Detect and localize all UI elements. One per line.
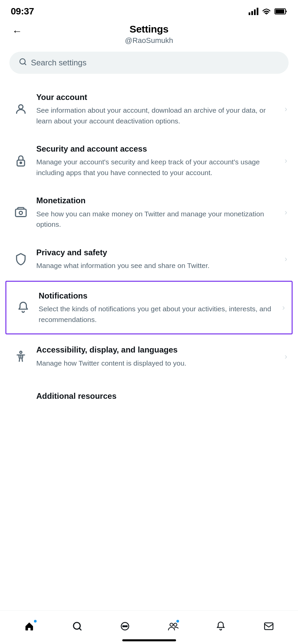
svg-point-8 bbox=[19, 211, 23, 215]
svg-line-3 bbox=[25, 63, 26, 65]
home-dot bbox=[34, 620, 37, 623]
settings-item-accessibility[interactable]: Accessibility, display, and languages Ma… bbox=[0, 336, 298, 377]
settings-item-additional[interactable]: Additional resources bbox=[0, 377, 298, 417]
item-title: Accessibility, display, and languages bbox=[36, 344, 278, 355]
messages-icon bbox=[264, 621, 274, 634]
search-settings-bar[interactable]: Search settings bbox=[9, 52, 289, 74]
svg-line-11 bbox=[79, 628, 81, 630]
item-content-your-account: Your account See information about your … bbox=[31, 92, 285, 126]
chevron-icon: › bbox=[285, 208, 287, 217]
status-time: 09:37 bbox=[11, 6, 34, 17]
svg-point-9 bbox=[20, 351, 22, 353]
svg-rect-1 bbox=[275, 9, 284, 13]
nav-item-home[interactable] bbox=[5, 618, 53, 637]
svg-point-17 bbox=[174, 623, 177, 626]
item-title: Privacy and safety bbox=[36, 247, 278, 258]
settings-item-monetization[interactable]: Monetization See how you can make money … bbox=[0, 186, 298, 238]
settings-item-your-account[interactable]: Your account See information about your … bbox=[0, 83, 298, 135]
item-title: Security and account access bbox=[36, 144, 278, 154]
lock-icon bbox=[11, 154, 31, 167]
settings-item-privacy[interactable]: Privacy and safety Manage what informati… bbox=[0, 238, 298, 280]
item-title: Additional resources bbox=[36, 391, 281, 401]
item-content-notifications: Notifications Select the kinds of notifi… bbox=[33, 290, 282, 325]
status-icons bbox=[249, 8, 287, 15]
item-desc: Manage what information you see and shar… bbox=[36, 260, 278, 271]
chevron-icon: › bbox=[285, 104, 287, 114]
spaces-icon bbox=[120, 621, 130, 634]
search-placeholder: Search settings bbox=[31, 58, 86, 67]
svg-rect-18 bbox=[264, 623, 273, 630]
item-desc: Manage how Twitter content is displayed … bbox=[36, 358, 278, 369]
svg-rect-7 bbox=[15, 209, 26, 217]
svg-point-13 bbox=[123, 626, 124, 627]
username-label: @RaoSumukh bbox=[125, 36, 173, 45]
item-content-privacy: Privacy and safety Manage what informati… bbox=[31, 247, 285, 271]
wifi-icon bbox=[262, 8, 271, 15]
chevron-icon: › bbox=[285, 156, 287, 165]
shield-icon bbox=[11, 253, 31, 265]
item-desc: See how you can make money on Twitter an… bbox=[36, 209, 278, 230]
svg-point-16 bbox=[170, 623, 173, 626]
svg-point-15 bbox=[126, 626, 127, 627]
communities-icon bbox=[168, 621, 178, 634]
search-nav-icon bbox=[72, 621, 82, 634]
item-title: Your account bbox=[36, 92, 278, 102]
chevron-icon: › bbox=[285, 352, 287, 361]
item-desc: See information about your account, down… bbox=[36, 105, 278, 126]
accessibility-icon bbox=[11, 350, 31, 363]
home-icon bbox=[24, 621, 34, 634]
search-bar-container: Search settings bbox=[0, 49, 298, 79]
settings-item-notifications[interactable]: Notifications Select the kinds of notifi… bbox=[5, 281, 293, 334]
nav-item-messages[interactable] bbox=[245, 618, 293, 637]
nav-item-spaces[interactable] bbox=[101, 618, 149, 637]
battery-icon bbox=[274, 8, 287, 15]
item-content-monetization: Monetization See how you can make money … bbox=[31, 195, 285, 229]
item-content-accessibility: Accessibility, display, and languages Ma… bbox=[31, 344, 285, 368]
svg-point-4 bbox=[19, 105, 23, 109]
signal-icon bbox=[249, 8, 258, 15]
bell-icon bbox=[13, 301, 33, 314]
back-button[interactable]: ← bbox=[9, 23, 25, 39]
nav-item-search[interactable] bbox=[53, 618, 101, 637]
person-icon bbox=[11, 103, 31, 115]
item-desc: Select the kinds of notifications you ge… bbox=[39, 304, 275, 325]
chevron-icon: › bbox=[285, 254, 287, 264]
svg-point-14 bbox=[124, 626, 126, 627]
home-indicator bbox=[122, 639, 176, 641]
bell-nav-icon bbox=[216, 621, 226, 634]
status-bar: 09:37 bbox=[0, 0, 298, 20]
nav-item-communities[interactable] bbox=[149, 618, 197, 637]
chevron-icon: › bbox=[282, 303, 285, 312]
search-icon bbox=[19, 58, 27, 68]
cash-icon bbox=[11, 206, 31, 219]
settings-list: Your account See information about your … bbox=[0, 79, 298, 644]
item-title: Monetization bbox=[36, 195, 278, 206]
header: ← Settings @RaoSumukh bbox=[0, 20, 298, 49]
item-content-additional: Additional resources bbox=[31, 391, 287, 404]
svg-point-6 bbox=[20, 162, 22, 164]
item-desc: Manage your account's security and keep … bbox=[36, 157, 278, 178]
page-title: Settings bbox=[130, 23, 169, 35]
communities-dot bbox=[176, 620, 179, 623]
bottom-nav bbox=[0, 610, 298, 644]
item-content-security: Security and account access Manage your … bbox=[31, 144, 285, 178]
item-title: Notifications bbox=[39, 290, 275, 301]
nav-item-notifications[interactable] bbox=[197, 618, 245, 637]
settings-item-security[interactable]: Security and account access Manage your … bbox=[0, 135, 298, 186]
